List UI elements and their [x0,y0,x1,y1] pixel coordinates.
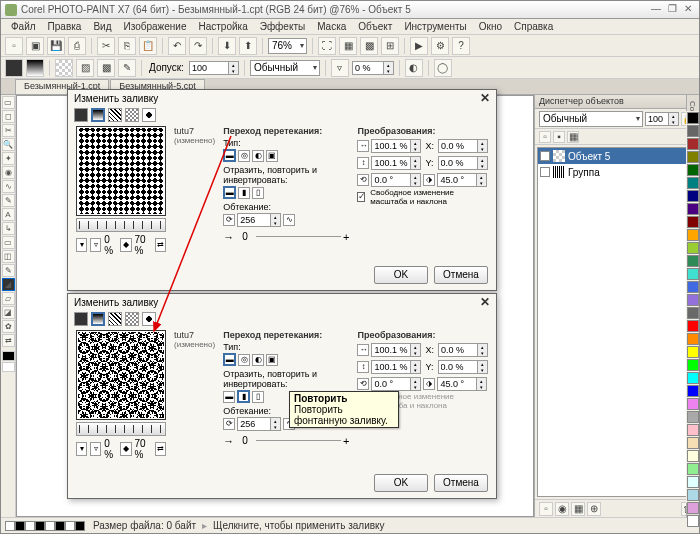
rotate-spinner[interactable]: ▴▾ [371,173,421,187]
swatch[interactable] [687,489,699,501]
mirror-none-icon[interactable]: ▬ [223,186,236,199]
reverse-icon[interactable]: ⇄ [155,442,166,456]
type-square-icon[interactable]: ▣ [266,354,278,366]
type-square-icon[interactable]: ▣ [266,150,278,162]
node-transp-icon[interactable]: ▿ [90,238,101,252]
fill-edit-icon[interactable]: ✎ [118,59,136,77]
list-item[interactable]: Группа [538,164,696,180]
swatch[interactable] [687,190,699,202]
menu-tools[interactable]: Инструменты [398,21,472,32]
filltype-fountain-icon[interactable] [91,108,105,122]
swatch[interactable] [687,450,699,462]
combine-icon[interactable]: ⊕ [587,502,601,516]
height-spinner[interactable]: ▴▾ [371,360,421,374]
free-scale-checkbox[interactable] [357,192,365,202]
swatch[interactable] [687,255,699,267]
width-spinner[interactable]: ▴▾ [371,343,421,357]
type-linear-icon[interactable]: ▬ [223,353,236,366]
print-icon[interactable]: ⎙ [68,37,86,55]
type-conical-icon[interactable]: ◐ [252,150,264,162]
launch-icon[interactable]: ▶ [410,37,428,55]
fill-uniform-icon[interactable] [5,59,23,77]
filltype-bitmap-icon[interactable] [125,312,139,326]
color-swap-icon[interactable]: ⇄ [2,334,15,347]
swatch[interactable] [687,463,699,475]
swatch[interactable] [687,476,699,488]
swatch[interactable] [687,437,699,449]
menu-file[interactable]: Файл [5,21,42,32]
wrap-spinner[interactable]: ▴▾ [237,417,281,431]
apply-icon[interactable]: ◯ [434,59,452,77]
minimize-button[interactable]: — [649,3,663,17]
menu-object[interactable]: Объект [352,21,398,32]
help-icon[interactable]: ? [452,37,470,55]
swatch[interactable] [687,359,699,371]
type-conical-icon[interactable]: ◐ [252,354,264,366]
redo-icon[interactable]: ↷ [189,37,207,55]
panel-blend-combo[interactable]: Обычный [539,111,643,127]
transparency-tool-icon[interactable]: ▱ [2,292,15,305]
eraser-tool-icon[interactable]: ◫ [2,250,15,263]
dialog-close-icon[interactable]: ✕ [480,295,490,309]
wrap-smooth-icon[interactable]: ∿ [283,214,295,226]
path-tool-icon[interactable]: ↳ [2,222,15,235]
new-lens-icon[interactable]: ◉ [555,502,569,516]
mirror-invert-icon[interactable]: ▯ [252,187,264,199]
height-spinner[interactable]: ▴▾ [371,156,421,170]
rulers-icon[interactable]: ▦ [339,37,357,55]
menu-adjust[interactable]: Настройка [192,21,253,32]
visibility-icon[interactable] [540,151,550,161]
menu-mask[interactable]: Маска [311,21,352,32]
wrap-icon[interactable]: ⟳ [223,214,235,226]
type-radial-icon[interactable]: ◎ [238,150,250,162]
tolerance-spinner[interactable]: ▴▾ [189,61,239,75]
fill-tool-icon[interactable]: ◢ [2,278,15,291]
list-item[interactable]: Объект 5 [538,148,696,164]
menu-edit[interactable]: Правка [42,21,88,32]
mirror-invert-icon[interactable]: ▯ [252,391,264,403]
width-spinner[interactable]: ▴▾ [371,139,421,153]
filltype-pattern-icon[interactable] [108,108,122,122]
background-color[interactable] [2,362,15,372]
ok-button[interactable]: OK [374,266,428,284]
filltype-fountain-icon[interactable] [91,312,105,326]
node-color-icon[interactable]: ▾ [76,442,87,456]
swatch[interactable] [687,138,699,150]
pick-tool-icon[interactable]: ▭ [2,96,15,109]
imagespray-tool-icon[interactable]: ✿ [2,320,15,333]
new-object-icon[interactable]: ▫ [539,502,553,516]
swatch[interactable] [687,333,699,345]
visibility-icon[interactable] [540,167,550,177]
swatch[interactable] [687,307,699,319]
effect-tool-icon[interactable]: ✎ [2,194,15,207]
filltype-texture-icon[interactable] [142,108,156,122]
blend-mode-combo[interactable]: Обычный [250,60,320,76]
fill-fountain-icon[interactable] [26,59,44,77]
swatch[interactable] [687,164,699,176]
type-linear-icon[interactable]: ▬ [223,149,236,162]
dialog-close-icon[interactable]: ✕ [480,91,490,105]
swatch[interactable] [687,229,699,241]
swatch[interactable] [687,411,699,423]
copy-icon[interactable]: ⎘ [118,37,136,55]
fill-bitmap-icon[interactable]: ▨ [76,59,94,77]
swatch[interactable] [687,424,699,436]
swatch[interactable] [687,125,699,137]
antialias-icon[interactable]: ◐ [405,59,423,77]
transparency-icon[interactable]: ▿ [331,59,349,77]
menu-view[interactable]: Вид [87,21,117,32]
group-icon[interactable]: ▦ [571,502,585,516]
menu-effects[interactable]: Эффекты [254,21,311,32]
skew-spinner[interactable]: ▴▾ [437,173,487,187]
swatch[interactable] [687,112,699,124]
filltype-bitmap-icon[interactable] [125,108,139,122]
save-icon[interactable]: 💾 [47,37,65,55]
swatch[interactable] [687,346,699,358]
close-button[interactable]: ✕ [681,3,695,17]
clone-tool-icon[interactable]: ✦ [2,152,15,165]
mirror-repeat-icon[interactable]: ▮ [237,390,250,403]
cancel-button[interactable]: Отмена [434,474,488,492]
opacity-spinner[interactable]: ▴▾ [352,61,394,75]
liquid-tool-icon[interactable]: ∿ [2,180,15,193]
fill-pattern-icon[interactable] [55,59,73,77]
